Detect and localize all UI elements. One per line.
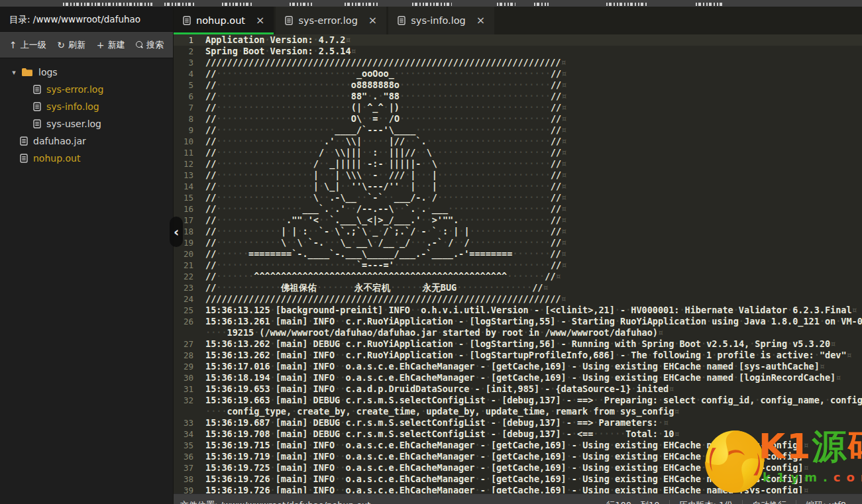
line-number[interactable]: 23 [174,282,200,293]
line-number[interactable]: 26 [174,316,200,327]
code-line[interactable]: 2615:36:13.261·[main]·INFO··c.r.RuoYiApp… [174,316,862,327]
code-line[interactable]: 3215:36:19.663·[main]·DEBUG·c.r.s.m.S.se… [174,395,862,406]
close-icon[interactable]: × [476,15,485,26]
menubar-item-fragment[interactable] [497,3,515,6]
code-line[interactable]: 12//··················/··_|||||·-:-·||||… [174,158,862,170]
line-number[interactable]: 36 [174,451,200,462]
code-line-wrap[interactable]: ····config_type,·create_by,·create_time,… [174,406,862,417]
line-number[interactable]: 28 [174,350,200,361]
tab-nohup.out[interactable]: nohup.out× [174,7,274,34]
line-number[interactable]: 3 [174,57,200,68]
tree-file-sys-info.log[interactable]: sys-info.log [0,98,173,115]
code-line-wrap[interactable]: ····19215·(/www/wwwroot/dafuhao/dafuhao.… [174,327,862,338]
code-line[interactable]: 7//·························(|·^_^·|)···… [174,102,862,113]
code-line[interactable]: 3415:36:19.708·[main]·DEBUG·c.r.s.m.S.se… [174,428,862,440]
tree-file-nohup.out[interactable]: nohup.out [0,150,173,167]
menubar-item-fragment[interactable] [222,3,252,6]
line-number[interactable]: 39 [174,485,200,493]
code-line[interactable]: 1Application·Version:·4.7.2¤ [174,34,862,46]
code-line[interactable]: 3115:36:19.653·[main]·INFO··c.a.d.p.Drui… [174,383,862,395]
code-line[interactable]: 15//··················\··.-\__··`-`··___… [174,192,862,203]
line-number[interactable]: 15 [174,192,200,203]
line-number[interactable] [174,406,200,417]
line-number[interactable]: 38 [174,474,200,485]
code-line[interactable]: 23//············佛祖保佑·······永不宕机······永无B… [174,282,862,293]
line-number[interactable]: 7 [174,102,200,113]
code-line[interactable]: 3915:36:19.726·[main]·INFO··o.a.s.c.e.Eh… [174,485,862,493]
line-number[interactable]: 9 [174,125,200,136]
line-number[interactable]: 12 [174,158,200,170]
menubar-item-fragment[interactable] [290,3,313,6]
code-line[interactable]: 2715:36:13.262·[main]·DEBUG·c.r.RuoYiApp… [174,338,862,350]
close-icon[interactable]: × [256,15,264,26]
menubar-item-fragment[interactable] [696,3,724,6]
line-number[interactable] [174,327,200,338]
sidebar-collapse-handle[interactable]: ‹ [170,217,183,247]
line-number[interactable]: 11 [174,147,200,158]
line-number[interactable]: 2 [174,46,200,57]
line-number[interactable]: 1 [174,34,200,46]
code-line[interactable]: 3515:36:19.715·[main]·INFO··o.a.s.c.e.Eh… [174,440,862,451]
code-line[interactable]: 3615:36:19.719·[main]·INFO··o.a.s.c.e.Eh… [174,451,862,462]
line-number[interactable]: 25 [174,305,200,316]
line-number[interactable]: 30 [174,372,200,383]
line-number[interactable]: 29 [174,361,200,372]
line-number[interactable]: 10 [174,136,200,147]
code-line[interactable]: 3315:36:19.687·[main]·DEBUG·c.r.s.m.S.se… [174,417,862,428]
menubar-item-fragment[interactable] [534,3,549,6]
code-line[interactable]: 24//////////////////////////////////////… [174,293,862,305]
code-line[interactable]: 4//··························_ooOoo_····… [174,68,862,79]
code-line[interactable]: 2915:36:17.016·[main]·INFO··o.a.s.c.e.Eh… [174,361,862,372]
code-line[interactable]: 3815:36:19.726·[main]·INFO··o.a.s.c.e.Eh… [174,474,862,485]
line-number[interactable]: 16 [174,203,200,215]
code-line[interactable]: 20//······========`-.____`-.___\_____/__… [174,248,862,260]
caret-down-icon[interactable]: ▾ [9,68,19,77]
code-line[interactable]: 18//············|·|·:··`-·\`.;`\·_·/`;.`… [174,226,862,237]
line-number[interactable]: 5 [174,79,200,91]
code-line[interactable]: 3015:36:18.194·[main]·INFO··o.a.s.c.e.Eh… [174,372,862,383]
code-line[interactable]: 2815:36:13.262·[main]·INFO··c.r.RuoYiApp… [174,350,862,361]
code-line[interactable]: 3///////////////////////////////////////… [174,57,862,68]
code-line[interactable]: 14//··················|·\_|··''\---/''··… [174,181,862,192]
line-number[interactable]: 34 [174,428,200,440]
code-line[interactable]: 10//····················.'··\\|·····|//·… [174,136,862,147]
editor-content[interactable]: 1Application·Version:·4.7.2¤2Spring·Boot… [174,34,862,493]
code-line[interactable]: 3715:36:19.725·[main]·INFO··o.a.s.c.e.Eh… [174,462,862,474]
code-line[interactable]: 13//··················|···|·\\\··-··///·… [174,170,862,181]
up-level-button[interactable]: ↑ 上一级 [9,39,46,51]
line-number[interactable]: 33 [174,417,200,428]
code-line[interactable]: 8//·························O\··=··/O···… [174,113,862,125]
line-number[interactable]: 21 [174,260,200,271]
line-number[interactable]: 27 [174,338,200,350]
line-number[interactable]: 35 [174,440,200,451]
menubar-item-fragment[interactable] [63,3,152,6]
new-file-button[interactable]: + 新建 [97,39,125,51]
close-icon[interactable]: × [368,15,377,26]
code-line[interactable]: 16//················___`.·.'··/--.--\··`… [174,203,862,215]
code-line[interactable]: 5//·························o8888888o···… [174,79,862,91]
code-line[interactable]: 2Spring·Boot·Version:·2.5.14¤ [174,46,862,57]
tree-file-sys-user.log[interactable]: sys-user.log [0,115,173,132]
line-number[interactable]: 14 [174,181,200,192]
line-number[interactable]: 20 [174,248,200,260]
code-line[interactable]: 22//·······^^^^^^^^^^^^^^^^^^^^^^^^^^^^^… [174,271,862,282]
tree-file-sys-error.log[interactable]: sys-error.log [0,81,173,98]
refresh-button[interactable]: ↻ 刷新 [57,39,85,51]
tree-folder-logs[interactable]: ▾logs [0,64,173,81]
line-number[interactable]: 32 [174,395,200,406]
line-number[interactable]: 31 [174,383,200,395]
line-number[interactable]: 22 [174,271,200,282]
code-line[interactable]: 21//··························`=---='···… [174,260,862,271]
code-line[interactable]: 17//·············.""·'<··`.___\_<|>_/___… [174,215,862,226]
menubar-item-fragment[interactable] [606,3,647,6]
line-number[interactable]: 8 [174,113,200,125]
line-number[interactable]: 37 [174,462,200,474]
tab-sys-info.log[interactable]: sys-info.log× [388,7,494,34]
line-number[interactable]: 6 [174,91,200,102]
code-line[interactable]: 11//···················/··\\|||··:··|||/… [174,147,862,158]
line-number[interactable]: 13 [174,170,200,181]
menubar-item-fragment[interactable] [345,3,378,6]
search-button[interactable]: 搜索 [136,39,164,51]
code-line[interactable]: 9//······················____/`---'\____… [174,125,862,136]
tab-sys-error.log[interactable]: sys-error.log× [276,7,386,34]
